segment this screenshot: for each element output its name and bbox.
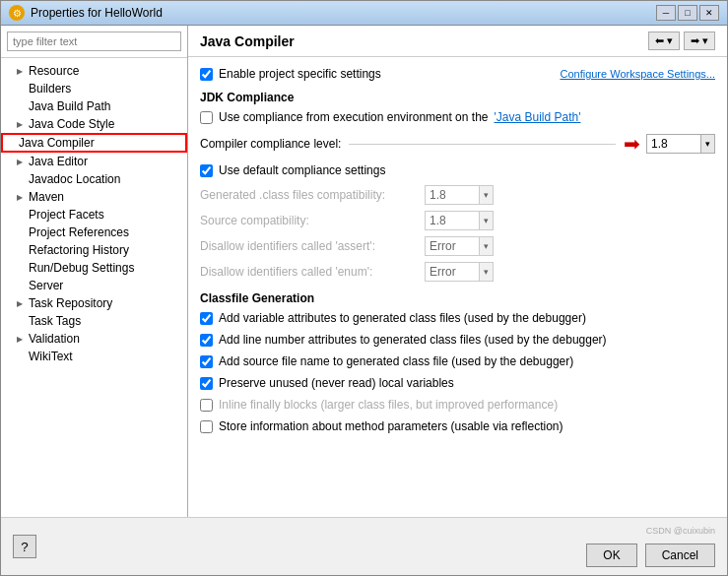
filter-input[interactable] — [7, 32, 181, 51]
tree-item-run-debug-settings[interactable]: Run/Debug Settings — [1, 259, 187, 277]
enum-value: Error — [426, 263, 479, 281]
tree-item-wikitext[interactable]: WikiText — [1, 348, 187, 365]
assert-row: Disallow identifiers called 'assert': Er… — [200, 236, 715, 256]
tree-item-label: Project References — [29, 225, 129, 239]
bottom-left: ? — [13, 535, 36, 558]
use-compliance-label: Use compliance from execution environmen… — [219, 110, 488, 124]
enable-checkbox[interactable] — [200, 68, 213, 81]
use-default-label: Use default compliance settings — [219, 163, 385, 177]
generated-label: Generated .class files compatibility: — [200, 188, 417, 202]
tree-item-builders[interactable]: Builders — [1, 80, 187, 97]
tree-item-java-build-path[interactable]: Java Build Path — [1, 97, 187, 115]
tree: ▶ Resource Builders Java Build Path ▶ Ja… — [1, 58, 187, 517]
enable-checkbox-group: Enable project specific settings — [200, 67, 381, 81]
enum-label: Disallow identifiers called 'enum': — [200, 265, 417, 279]
use-default-row: Use default compliance settings — [200, 163, 715, 177]
tree-item-task-tags[interactable]: Task Tags — [1, 312, 187, 330]
watermark-text: CSDN @cuixubin — [646, 526, 715, 536]
source-label: Source compatibility: — [200, 214, 417, 227]
compiler-compliance-row: Compiler compliance level: ➡ 1.8 ▾ — [200, 132, 715, 156]
maximize-button[interactable]: □ — [678, 5, 697, 21]
title-bar-left: ⚙ Properties for HelloWorld — [9, 5, 163, 21]
left-panel: ▶ Resource Builders Java Build Path ▶ Ja… — [1, 26, 188, 517]
expand-arrow: ▶ — [17, 335, 23, 344]
classfile-item-3: Preserve unused (never read) local varia… — [200, 376, 715, 390]
use-compliance-checkbox[interactable] — [200, 111, 213, 124]
tree-item-label: Validation — [29, 332, 80, 346]
tree-item-label: Java Editor — [29, 155, 88, 168]
configure-workspace-link[interactable]: Configure Workspace Settings... — [560, 68, 715, 80]
cancel-button[interactable]: Cancel — [645, 544, 715, 567]
bottom-right-group: CSDN @cuixubin OK Cancel — [586, 526, 715, 567]
minimize-button[interactable]: ─ — [656, 5, 676, 21]
source-dropdown[interactable]: 1.8 ▾ — [425, 211, 494, 230]
tree-item-label: Java Compiler — [19, 136, 95, 150]
classfile-checkbox-4[interactable] — [200, 399, 213, 412]
classfile-checkbox-5[interactable] — [200, 420, 213, 433]
title-bar: ⚙ Properties for HelloWorld ─ □ ✕ — [1, 1, 727, 26]
tree-item-server[interactable]: Server — [1, 277, 187, 294]
enable-label: Enable project specific settings — [219, 67, 381, 81]
tree-item-java-code-style[interactable]: ▶ Java Code Style — [1, 115, 187, 133]
assert-value: Error — [426, 237, 479, 255]
tree-item-javadoc-location[interactable]: Javadoc Location — [1, 170, 187, 188]
dropdown-arrow-icon[interactable]: ▾ — [479, 263, 493, 281]
close-button[interactable]: ✕ — [699, 5, 719, 21]
compiler-compliance-dropdown[interactable]: 1.8 ▾ — [646, 134, 715, 154]
dropdown-arrow-icon[interactable]: ▾ — [479, 186, 493, 204]
tree-item-label: Task Tags — [29, 314, 81, 328]
tree-item-java-compiler[interactable]: Java Compiler — [1, 133, 187, 153]
classfile-item-0: Add variable attributes to generated cla… — [200, 311, 715, 325]
use-default-checkbox[interactable] — [200, 164, 213, 177]
classfile-label-3: Preserve unused (never read) local varia… — [219, 376, 454, 390]
tree-item-label: Run/Debug Settings — [29, 261, 134, 275]
window-title: Properties for HelloWorld — [31, 6, 163, 20]
divider-line — [349, 144, 616, 145]
forward-button[interactable]: ➡ ▾ — [684, 32, 715, 50]
expand-arrow: ▶ — [17, 193, 23, 202]
back-button[interactable]: ⬅ ▾ — [648, 32, 680, 50]
java-build-path-link[interactable]: 'Java Build Path' — [494, 110, 580, 124]
tree-item-maven[interactable]: ▶ Maven — [1, 188, 187, 206]
expand-arrow: ▶ — [17, 120, 23, 129]
nav-buttons: ⬅ ▾ ➡ ▾ — [648, 32, 715, 50]
generated-row: Generated .class files compatibility: 1.… — [200, 185, 715, 205]
classfile-item-5: Store information about method parameter… — [200, 419, 715, 433]
tree-item-label: Resource — [29, 64, 79, 78]
classfile-checkbox-2[interactable] — [200, 355, 213, 368]
dropdown-arrow-icon[interactable]: ▾ — [479, 237, 493, 255]
generated-dropdown[interactable]: 1.8 ▾ — [425, 185, 494, 205]
tree-item-java-editor[interactable]: ▶ Java Editor — [1, 153, 187, 170]
tree-item-validation[interactable]: ▶ Validation — [1, 330, 187, 348]
bottom-bar: ? CSDN @cuixubin OK Cancel — [1, 517, 727, 575]
assert-dropdown[interactable]: Error ▾ — [425, 236, 494, 256]
tree-item-label: Project Facets — [29, 208, 104, 222]
tree-item-project-references[interactable]: Project References — [1, 224, 187, 241]
dropdown-arrow-icon[interactable]: ▾ — [479, 212, 493, 229]
use-compliance-row: Use compliance from execution environmen… — [200, 110, 715, 124]
filter-box — [1, 26, 187, 58]
tree-item-label: Maven — [29, 190, 64, 204]
help-button[interactable]: ? — [13, 535, 36, 558]
classfile-checkbox-0[interactable] — [200, 312, 213, 325]
tree-item-resource[interactable]: ▶ Resource — [1, 62, 187, 80]
generated-value: 1.8 — [426, 186, 479, 204]
tree-item-project-facets[interactable]: Project Facets — [1, 206, 187, 224]
tree-item-refactoring-history[interactable]: Refactoring History — [1, 241, 187, 259]
classfile-label-5: Store information about method parameter… — [219, 419, 563, 433]
compiler-compliance-label: Compiler compliance level: — [200, 137, 341, 151]
source-row: Source compatibility: 1.8 ▾ — [200, 211, 715, 230]
bottom-right-buttons: OK Cancel — [586, 544, 715, 567]
classfile-checkbox-1[interactable] — [200, 334, 213, 347]
tree-item-label: Java Build Path — [29, 99, 110, 113]
expand-arrow: ▶ — [17, 158, 23, 166]
tree-item-task-repository[interactable]: ▶ Task Repository — [1, 294, 187, 312]
section-title: Java Compiler — [200, 33, 295, 49]
assert-label: Disallow identifiers called 'assert': — [200, 239, 417, 253]
dropdown-arrow-icon[interactable]: ▾ — [700, 135, 714, 153]
right-panel: Java Compiler ⬅ ▾ ➡ ▾ Enable project spe… — [188, 26, 727, 517]
enum-dropdown[interactable]: Error ▾ — [425, 262, 494, 282]
classfile-checkbox-3[interactable] — [200, 377, 213, 390]
ok-button[interactable]: OK — [586, 544, 636, 567]
classfile-label-1: Add line number attributes to generated … — [219, 333, 607, 347]
